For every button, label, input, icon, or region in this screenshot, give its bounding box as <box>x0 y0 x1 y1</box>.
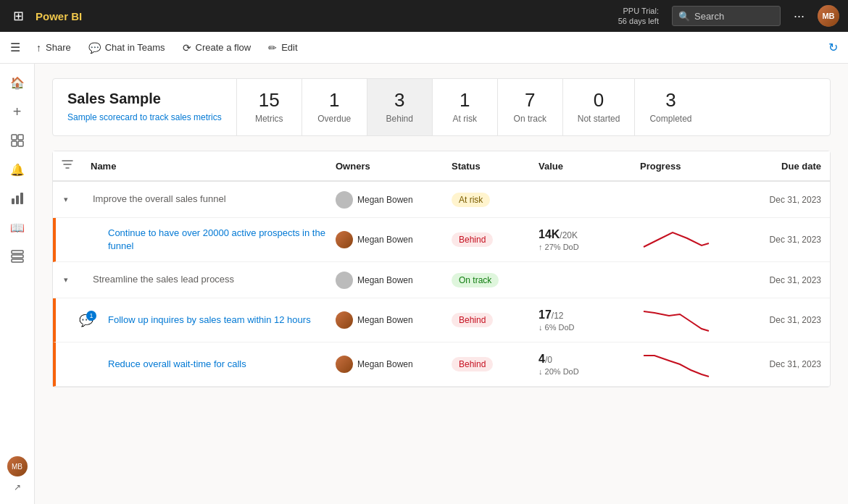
secondary-toolbar: ☰ ↑ Share 💬 Chat in Teams ⟳ Create a flo… <box>0 32 848 64</box>
user-avatar[interactable]: MB <box>818 5 839 27</box>
chat-button[interactable]: 💬 Chat in Teams <box>81 38 172 58</box>
main-content: Sales Sample Sample scorecard to track s… <box>35 64 848 504</box>
svg-rect-9 <box>12 259 23 262</box>
search-box[interactable]: 🔍 Search <box>672 6 781 26</box>
status-badge: Behind <box>452 357 493 371</box>
row-status-cell: Behind <box>452 357 539 371</box>
status-badge: On track <box>452 273 499 287</box>
edit-button[interactable]: ✏ Edit <box>261 38 304 58</box>
metric-card-notstarted[interactable]: 0 Not started <box>563 79 636 135</box>
status-badge: At risk <box>452 193 490 207</box>
scorecard-title-section: Sales Sample Sample scorecard to track s… <box>53 79 237 135</box>
row-expand-button[interactable]: ▾ <box>64 195 93 204</box>
apps-grid-icon[interactable]: ⊞ <box>9 4 28 28</box>
row-owners-cell: Megan Bowen <box>336 191 452 209</box>
share-icon: ↑ <box>36 42 41 54</box>
sidebar-item-notifications[interactable]: 🔔 <box>4 156 30 182</box>
value-main: 14K <box>539 228 560 240</box>
metric-number-atrisk: 1 <box>460 91 470 109</box>
owner-name: Megan Bowen <box>357 275 413 285</box>
svg-rect-4 <box>12 198 14 204</box>
row-indent-spacer: 💬 1 <box>79 314 108 327</box>
owner-avatar <box>336 311 353 329</box>
main-layout: 🏠 + 🔔 📖 MB ↗ Sales Sample Sample scoreca… <box>0 64 848 504</box>
metric-number-completed: 3 <box>665 91 676 109</box>
share-button[interactable]: ↑ Share <box>29 38 78 58</box>
row-status-cell: Behind <box>452 232 539 247</box>
row-name-cell[interactable]: Reduce overall wait-time for calls <box>108 358 336 371</box>
owner-name: Megan Bowen <box>357 195 413 205</box>
sidebar-item-metrics[interactable] <box>4 185 30 211</box>
progress-chart <box>640 225 712 254</box>
table-header-row: Name Owners Status Value Progress Due da… <box>53 151 830 182</box>
value-sub: /12 <box>552 311 564 321</box>
row-expand-button[interactable]: ▾ <box>64 275 93 285</box>
topbar: ⊞ Power BI PPU Trial: 56 days left 🔍 Sea… <box>0 0 848 32</box>
metric-card-completed[interactable]: 3 Completed <box>635 79 706 135</box>
sidebar-bottom: MB ↗ <box>7 456 28 498</box>
chat-icon: 💬 <box>88 42 101 54</box>
col-header-value: Value <box>539 161 640 172</box>
refresh-icon[interactable]: ↻ <box>828 41 838 54</box>
metric-label-behind: Behind <box>386 114 413 124</box>
svg-rect-6 <box>20 193 23 204</box>
sidebar-item-workspaces[interactable] <box>4 243 30 269</box>
sidebar-item-home[interactable]: 🏠 <box>4 70 30 96</box>
metric-number-ontrack: 7 <box>525 91 535 109</box>
metric-label-completed: Completed <box>649 114 691 124</box>
table-row: ▾ Improve the overall sales funnel Megan… <box>53 182 830 218</box>
edit-icon: ✏ <box>268 42 277 54</box>
sidebar-toggle-button[interactable]: ☰ <box>10 41 20 54</box>
owner-name: Megan Bowen <box>357 235 413 245</box>
more-options-button[interactable]: ··· <box>788 6 810 27</box>
table-row: Reduce overall wait-time for calls Megan… <box>53 343 830 387</box>
row-progress-cell <box>640 306 741 335</box>
metric-card-behind[interactable]: 3 Behind <box>367 79 433 135</box>
row-value-cell: 4/0 ↓ 20% DoD <box>539 353 640 376</box>
owner-avatar <box>336 356 353 373</box>
row-name-cell[interactable]: Streamline the sales lead process <box>93 273 336 286</box>
row-owners-cell: Megan Bowen <box>336 231 452 248</box>
owner-name: Megan Bowen <box>357 359 413 369</box>
metric-label-ontrack: On track <box>514 114 546 124</box>
sidebar-expand-arrow[interactable]: ↗ <box>14 482 21 492</box>
row-name-cell[interactable]: Improve the overall sales funnel <box>93 193 336 206</box>
sidebar-item-create[interactable]: + <box>4 98 30 125</box>
metric-card-atrisk[interactable]: 1 At risk <box>433 79 498 135</box>
notification-badge[interactable]: 💬 1 <box>79 314 93 327</box>
row-status-cell: Behind <box>452 313 539 327</box>
owner-avatar <box>336 191 353 209</box>
sidebar-user-avatar[interactable]: MB <box>7 456 28 476</box>
row-duedate-cell: Dec 31, 2023 <box>741 359 821 369</box>
row-name-cell[interactable]: Follow up inquires by sales team within … <box>108 314 336 327</box>
scorecard-header: Sales Sample Sample scorecard to track s… <box>52 78 831 136</box>
metric-card-metrics[interactable]: 15 Metrics <box>237 79 302 135</box>
row-name-cell[interactable]: Continue to have over 20000 active prosp… <box>108 227 336 253</box>
progress-chart <box>640 306 712 335</box>
metric-label-notstarted: Not started <box>578 114 620 124</box>
metric-label-metrics: Metrics <box>255 114 283 124</box>
row-duedate-cell: Dec 31, 2023 <box>741 235 821 245</box>
search-icon: 🔍 <box>678 11 690 22</box>
sidebar-item-browse[interactable] <box>4 127 30 154</box>
row-status-cell: At risk <box>452 193 539 207</box>
metric-card-overdue[interactable]: 1 Overdue <box>302 79 367 135</box>
row-owners-cell: Megan Bowen <box>336 311 452 329</box>
row-progress-cell <box>640 350 741 379</box>
scorecard-description: Sample scorecard to track sales metrics <box>67 112 222 124</box>
svg-rect-2 <box>12 141 17 146</box>
metric-number-notstarted: 0 <box>594 91 604 109</box>
col-header-filter[interactable] <box>62 159 91 173</box>
svg-rect-0 <box>12 135 17 140</box>
create-flow-button[interactable]: ⟳ Create a flow <box>175 38 259 58</box>
sidebar-item-learn[interactable]: 📖 <box>4 214 30 240</box>
value-main: 4 <box>539 353 545 365</box>
row-duedate-cell: Dec 31, 2023 <box>741 195 821 205</box>
status-badge: Behind <box>452 232 493 247</box>
value-sub: /20K <box>560 230 578 240</box>
scorecard-title: Sales Sample <box>67 91 222 107</box>
metric-card-ontrack[interactable]: 7 On track <box>498 79 563 135</box>
col-header-name: Name <box>91 161 336 172</box>
col-header-status: Status <box>452 161 539 172</box>
owner-name: Megan Bowen <box>357 315 413 325</box>
